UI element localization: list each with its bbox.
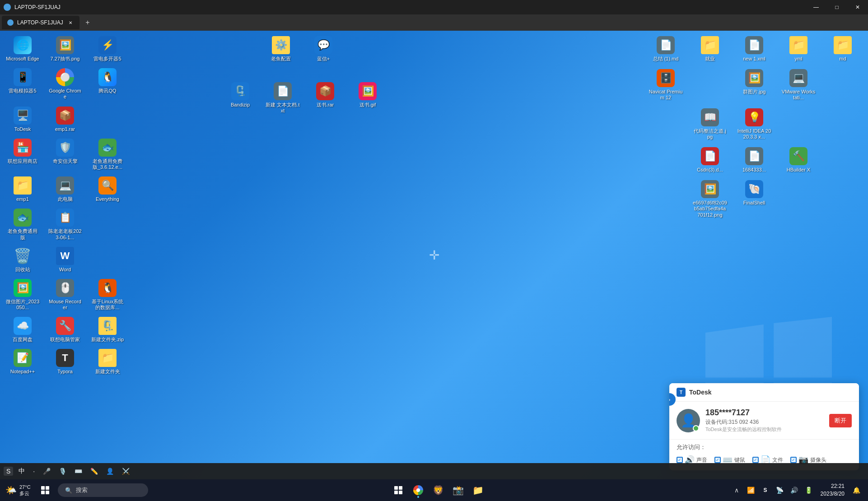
ime-mic-icon[interactable]: 🎙️ xyxy=(56,467,69,476)
icon-new-zip[interactable]: 🗜️ 新建文件夹.zip xyxy=(89,315,126,344)
keyboard-checkbox[interactable]: ✓ xyxy=(714,457,721,463)
taskbar-weather[interactable]: 🌤️ 27°C 多云 xyxy=(0,484,36,497)
title-bar-favicon xyxy=(4,4,11,11)
icon-lei-dian-sim[interactable]: 📱 雷电模拟器5 xyxy=(4,66,42,102)
icon-finalshell[interactable]: 🐚 FinalShell xyxy=(735,178,773,220)
close-button[interactable]: ✕ xyxy=(847,0,868,14)
taskbar-wifi-icon[interactable]: 📡 xyxy=(774,484,786,496)
ime-pen-icon[interactable]: ✏️ xyxy=(88,467,101,476)
icon-csdn-d[interactable]: 📄 Csdn(3).d... xyxy=(691,145,729,175)
active-tab[interactable]: LAPTOP-SF1JUAJ ✕ xyxy=(2,16,79,29)
finalshell-icon: 🐚 xyxy=(745,180,763,198)
ime-shuangpin-icon[interactable]: S xyxy=(4,467,13,476)
ime-chinese-toggle[interactable]: 中 xyxy=(16,466,28,476)
csdnd-label: Csdn(3).d... xyxy=(697,167,723,173)
icon-notepadpp[interactable]: 📝 Notepad++ xyxy=(4,347,42,376)
taskbar-notification[interactable]: 🔔 xyxy=(850,484,863,496)
icon-e6697[interactable]: 🖼️ e6697d6f82c09b5ab75edfa4a701f12.png xyxy=(691,178,729,220)
taskbar-chrome-pinned[interactable] xyxy=(409,481,427,499)
wechatimg-label: 微信图片_2023050... xyxy=(5,299,40,311)
laoyuconfig-label: 老鱼配置 xyxy=(271,56,291,62)
ime-dot[interactable]: · xyxy=(30,467,37,476)
ime-keyboard-icon[interactable]: ⌨️ xyxy=(72,467,85,476)
icon-bandizip[interactable]: 🗜️ Bandizip xyxy=(221,80,259,116)
start-button[interactable] xyxy=(36,481,54,499)
icon-lenovo-mgr[interactable]: 🔧 联想电脑管家 xyxy=(46,315,84,344)
icon-empty-r8 xyxy=(647,178,685,220)
taskbar-volume-icon[interactable]: 🔊 xyxy=(788,484,801,496)
minimize-button[interactable]: — xyxy=(806,0,826,14)
todesk-disconnect-button[interactable]: 断开 xyxy=(829,414,852,427)
icon-microsoft-edge[interactable]: 🌐 Microsoft Edge xyxy=(4,34,42,64)
ime-sword-icon[interactable]: ⚔️ xyxy=(119,467,132,476)
taskbar-shuangpin-icon[interactable]: S xyxy=(759,484,772,496)
icon-emp1-rar[interactable]: 📦 emp1.rar xyxy=(46,105,84,134)
todesk-desktop-icon: 🖥️ xyxy=(14,107,32,125)
icon-laoyu-free[interactable]: 🐟 老鱼通用免费版_3.6.12.e... xyxy=(89,137,126,172)
icon-new-txt[interactable]: 📄 新建 文本文档.txt xyxy=(264,80,302,116)
new-tab-button[interactable]: + xyxy=(81,16,94,29)
taskbar-network-icon[interactable]: 📶 xyxy=(745,484,757,496)
icon-md-folder[interactable]: 📁 md xyxy=(824,34,862,64)
icon-hbuilder[interactable]: 🔨 HBuilder X xyxy=(779,145,817,175)
sound-checkbox[interactable]: ✓ xyxy=(677,457,683,463)
icon-laoyu-free2[interactable]: 🐟 老鱼免费通用版 xyxy=(4,207,42,242)
title-bar-controls: — □ ✕ xyxy=(806,0,868,14)
icon-employment[interactable]: 📁 就业 xyxy=(691,34,729,64)
tab-close-button[interactable]: ✕ xyxy=(67,19,74,26)
icon-lianxiang-store[interactable]: 🏪 联想应用商店 xyxy=(4,137,42,172)
baidudisk-icon: ☁️ xyxy=(14,317,32,335)
tab-label: LAPTOP-SF1JUAJ xyxy=(17,19,63,26)
icon-laoyu-config[interactable]: ⚙️ 老鱼配置 xyxy=(262,34,300,64)
icon-word[interactable]: W Word xyxy=(46,245,84,274)
summarymd-icon: 📄 xyxy=(657,36,675,54)
taskbar-search-box[interactable]: 🔍 搜索 xyxy=(58,483,148,497)
todesk-desktop-label: ToDesk xyxy=(14,126,31,132)
icon-tencent-qq[interactable]: 🐧 腾讯QQ xyxy=(89,66,126,102)
icon-everything[interactable]: 🔍 Everything xyxy=(89,175,126,204)
icon-qiyi-sky[interactable]: 🛡️ 奇安信天擎 xyxy=(46,137,84,172)
taskbar-battery-icon[interactable]: 🔋 xyxy=(803,484,815,496)
icon-lanxin-plus[interactable]: 💬 蓝信+ xyxy=(304,34,342,64)
icon-chen-lao-board[interactable]: 📋 陈老老老板2023-06-1... xyxy=(46,207,84,242)
taskbar-chevron-up[interactable]: ∧ xyxy=(730,484,743,496)
maximize-button[interactable]: □ xyxy=(826,0,847,14)
icon-baidu-disk[interactable]: ☁️ 百度网盘 xyxy=(4,315,42,344)
weather-text: 27°C 多云 xyxy=(19,484,31,497)
taskbar-browser2[interactable]: 🦁 xyxy=(429,481,447,499)
icon-summary-md[interactable]: 📄 总结 (1).md xyxy=(647,34,685,64)
icon-wechat-img[interactable]: 🖼️ 微信图片_2023050... xyxy=(4,277,42,312)
icon-intellij[interactable]: 💡 IntelliJ IDEA 2020.3.3 x... xyxy=(735,107,773,142)
camera-checkbox[interactable]: ✓ xyxy=(790,457,797,463)
taskbar-folder[interactable]: 📁 xyxy=(469,481,487,499)
icon-typora[interactable]: T Typora xyxy=(46,347,84,376)
icon-todesk[interactable]: 🖥️ ToDesk xyxy=(4,105,42,134)
icon-7-27-thumb[interactable]: 🖼️ 7.27抽书.png xyxy=(46,34,84,64)
taskbar-clock[interactable]: 22:21 2023/8/20 xyxy=(817,482,848,498)
icon-code-clean[interactable]: 📖 代码整洁之道.jpg xyxy=(691,107,729,142)
icon-new-folder[interactable]: 📁 新建文件夹 xyxy=(89,347,126,376)
icon-google-chrome[interactable]: ⚪ Google Chrome xyxy=(46,66,84,102)
icon-this-pc[interactable]: 💻 此电脑 xyxy=(46,175,84,204)
move-cursor: ✛ xyxy=(429,248,439,263)
icon-recycle-bin[interactable]: 🗑️ 回收站 xyxy=(4,245,42,274)
icon-navicat[interactable]: 🗄️ Navicat Premium 12 xyxy=(647,67,685,102)
icon-songbook-rar[interactable]: 📦 送书.rar xyxy=(306,80,344,116)
icon-songbook-gif[interactable]: 🖼️ 送书.gif xyxy=(349,80,387,116)
ime-person-icon[interactable]: 👤 xyxy=(103,467,117,476)
taskbar-task-view[interactable] xyxy=(389,481,407,499)
ime-voice-icon[interactable]: 🎤 xyxy=(40,467,53,476)
icon-new1-xml[interactable]: 📄 new 1.xml xyxy=(735,34,773,64)
icon-1684333[interactable]: 📄 1684333... xyxy=(735,145,773,175)
icon-linux-db[interactable]: 🐧 基于Linux系统的数据库... xyxy=(89,277,126,312)
icon-group-img[interactable]: 🖼️ 群图片.jpg xyxy=(735,67,773,102)
icon-emp1-folder[interactable]: 📁 emp1 xyxy=(4,175,42,204)
weather-condition: 多云 xyxy=(19,491,29,496)
icon-yml[interactable]: 📁 yml xyxy=(779,34,817,64)
icon-lei-dian-5[interactable]: ⚡ 雷电多开器5 xyxy=(89,34,126,64)
file-checkbox[interactable]: ✓ xyxy=(752,457,759,463)
todesk-title: ToDesk xyxy=(689,389,712,396)
icon-mouse-recorder[interactable]: 🖱️ Mouse Recorder xyxy=(46,277,84,312)
taskbar-screenshot[interactable]: 📸 xyxy=(449,481,467,499)
icon-vmware[interactable]: 💻 VMware Workstati... xyxy=(779,67,817,102)
